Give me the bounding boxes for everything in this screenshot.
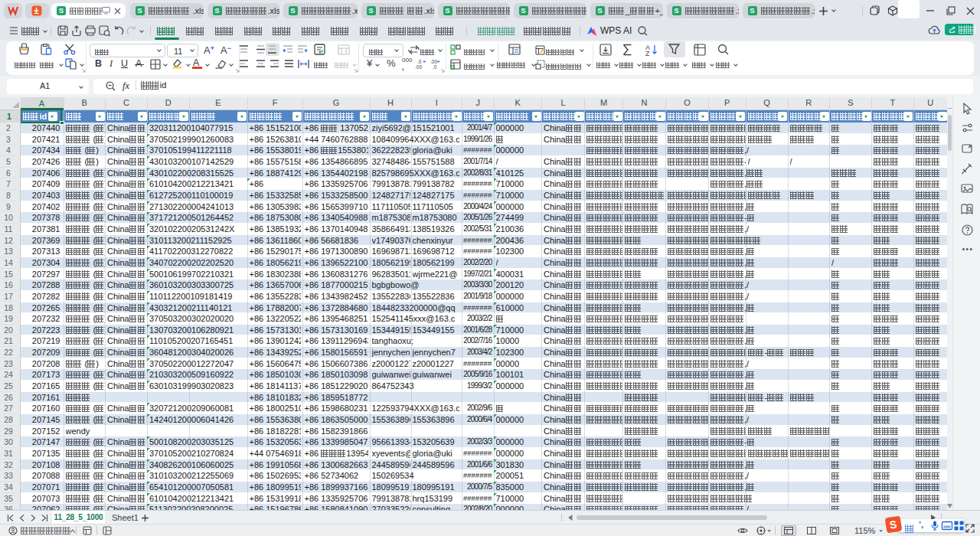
svg-text:.0: .0 <box>417 59 422 64</box>
svg-text:.00: .00 <box>415 64 422 70</box>
svg-text:.0: .0 <box>433 64 437 70</box>
svg-text:Z: Z <box>645 50 650 57</box>
svg-text:.00: .00 <box>430 59 437 64</box>
